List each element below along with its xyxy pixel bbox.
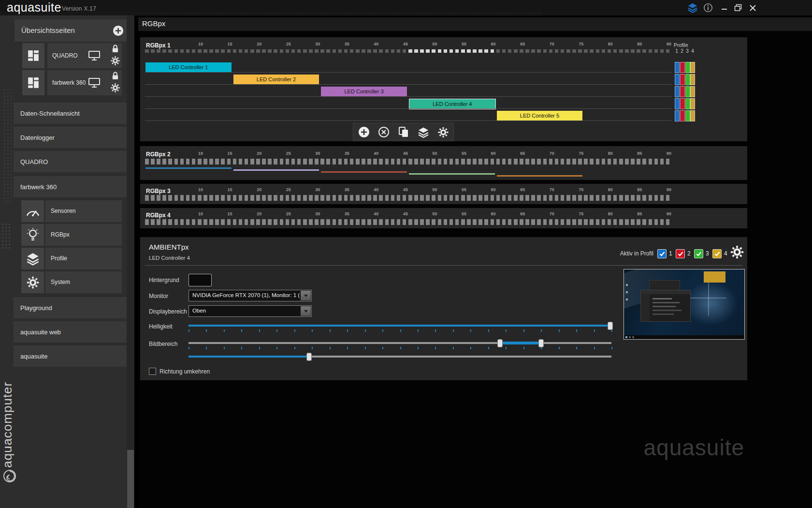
led-tick — [414, 49, 418, 53]
strip-label: RGBpx 1 — [146, 42, 171, 49]
led-controller-bar[interactable]: LED Controller 1 — [145, 62, 232, 72]
dropdown-arrow-button[interactable] — [301, 306, 311, 316]
add-icon[interactable] — [358, 126, 370, 138]
led-tick — [566, 159, 570, 164]
gear-icon[interactable] — [110, 83, 120, 93]
dropdown-arrow-button[interactable] — [301, 291, 311, 300]
hintergrund-color-swatch[interactable] — [188, 274, 212, 286]
led-tick — [561, 159, 565, 164]
led-tick — [239, 49, 243, 53]
profile-checkbox-number: 2 — [687, 250, 691, 257]
sidebar-item-playground[interactable]: Playground — [14, 297, 129, 318]
slider-thumb[interactable] — [306, 353, 312, 361]
profile-checkbox-2[interactable] — [676, 249, 685, 258]
profile-checkbox-4[interactable] — [712, 249, 722, 258]
led-tick — [525, 195, 529, 201]
ruler-number: 45 — [403, 187, 408, 192]
add-overview-page-button[interactable] — [113, 25, 124, 36]
sidebar-scrollbar[interactable] — [127, 15, 134, 508]
close-icon[interactable] — [746, 1, 759, 14]
led-tick — [508, 159, 512, 164]
displaybereich-dropdown[interactable]: Oben — [188, 305, 312, 317]
led-tick — [473, 219, 477, 225]
layers-icon[interactable] — [686, 1, 699, 14]
led-controller-bar[interactable]: LED Controller 2 — [233, 75, 319, 84]
led-tick — [473, 195, 477, 201]
gear-icon[interactable] — [110, 56, 120, 66]
scrollbar-thumb[interactable] — [127, 450, 134, 508]
slider-tick — [382, 329, 383, 332]
minimize-icon[interactable] — [718, 1, 731, 14]
sidebar-item-daten-schnellansicht[interactable]: Daten-Schnellansicht — [14, 103, 129, 124]
profile-checkbox-3[interactable] — [694, 249, 703, 258]
led-tick — [168, 219, 172, 225]
rgbpx2-strip-panel[interactable]: RGBpx 2 10152025303540455055606570758085… — [140, 146, 747, 180]
ruler-number: 10 — [198, 151, 203, 156]
bildbereich-range-track[interactable] — [188, 342, 611, 344]
led-tick — [432, 49, 435, 53]
led-tick — [186, 195, 190, 201]
ambient-settings-gear-icon[interactable] — [730, 245, 744, 259]
ruler-number: 10 — [198, 42, 203, 46]
sidebar-item-datenlogger[interactable]: Datenlogger — [14, 127, 129, 148]
info-icon[interactable] — [702, 1, 714, 14]
slider-thumb[interactable] — [497, 339, 503, 347]
led-controller-bar[interactable]: LED Controller 4 — [409, 99, 496, 109]
remove-icon[interactable] — [378, 126, 390, 138]
duplicate-icon[interactable] — [398, 126, 409, 138]
preview-explorer-window — [640, 290, 691, 322]
monitor-dropdown[interactable]: NVIDIA GeForce RTX 2070 (1), Monitor: 1 … — [188, 290, 312, 301]
led-tick — [654, 195, 658, 201]
slider-thumb[interactable] — [538, 339, 544, 347]
monitor-icon[interactable] — [88, 77, 101, 88]
ruler-number: 55 — [462, 42, 466, 46]
led-tick — [450, 159, 453, 164]
led-tick — [286, 159, 290, 164]
led-controller-bar[interactable]: LED Controller 3 — [321, 87, 407, 96]
rgbpx4-strip-panel[interactable]: RGBpx 4 10152025303540455055606570758085… — [140, 208, 747, 228]
ruler-number: 20 — [257, 151, 261, 156]
sidebar-item-aquasuite[interactable]: aquasuite — [14, 345, 129, 367]
profile-checkbox-number: 4 — [724, 250, 727, 257]
ruler-number: 65 — [520, 187, 525, 192]
ruler-number: 75 — [579, 211, 583, 216]
slider-tick — [347, 329, 348, 332]
led-controller-bar[interactable]: LED Controller 5 — [497, 111, 583, 120]
led-tick — [584, 49, 588, 53]
profile-indicator-chip — [685, 98, 690, 109]
monitor-icon[interactable] — [88, 50, 101, 61]
profile-checkbox-1[interactable] — [657, 249, 667, 258]
preview-window-glow — [682, 279, 740, 328]
led-tick — [608, 159, 611, 164]
lock-icon[interactable] — [112, 44, 119, 53]
ruler-number: 15 — [228, 187, 232, 192]
rgbpx3-strip-panel[interactable]: RGBpx 3 10152025303540455055606570758085… — [140, 184, 747, 204]
lock-icon[interactable] — [112, 71, 119, 80]
led-tick — [455, 219, 459, 225]
aquacomputer-logo-icon — [3, 469, 16, 483]
sidebar-item-quadro[interactable]: QUADRO — [14, 151, 129, 172]
richtung-umkehren-label: Richtung umkehren — [160, 368, 210, 375]
restore-icon[interactable] — [732, 1, 744, 14]
layers-icon[interactable] — [418, 126, 429, 138]
row-separator — [145, 108, 672, 109]
ruler-number: 25 — [286, 42, 291, 46]
bildbereich-range-fill — [500, 342, 541, 344]
settings-icon[interactable] — [437, 126, 449, 138]
led-tick — [286, 219, 290, 225]
slider-tick — [241, 329, 242, 332]
led-tick — [303, 49, 307, 53]
sidebar-item-aquasuite-web[interactable]: aquasuite web — [14, 321, 129, 343]
sidebar-item-farbwerk-360[interactable]: farbwerk 360 — [14, 176, 129, 197]
rgbpx1-strip-panel[interactable]: RGBpx 1 10152025303540455055606570758085… — [140, 37, 747, 141]
profile-indicator-chip — [680, 62, 685, 73]
helligkeit-slider-track[interactable] — [188, 325, 611, 327]
led-tick — [280, 219, 284, 225]
slider-thumb[interactable] — [608, 322, 613, 330]
led-tick — [450, 49, 453, 53]
led-tick — [578, 49, 582, 53]
richtung-umkehren-checkbox[interactable] — [149, 368, 156, 375]
led-tick — [543, 49, 547, 53]
hintergrund-label: Hintergrund — [149, 277, 179, 284]
led-tick — [315, 195, 319, 201]
